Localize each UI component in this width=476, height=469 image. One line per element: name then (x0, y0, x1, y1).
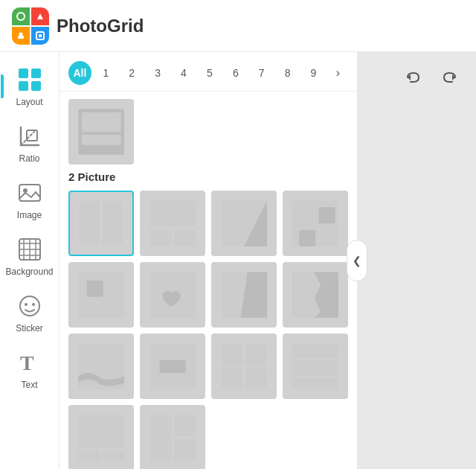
svg-rect-25 (82, 112, 121, 132)
layout-spacer (283, 99, 348, 165)
layout-thumb-2frame[interactable] (283, 191, 348, 256)
layouts-row-4 (68, 405, 348, 469)
layout-thumb-hearts[interactable] (140, 262, 205, 328)
layouts-row-1 (68, 191, 348, 256)
collapse-panel-button[interactable]: ❮ (347, 240, 367, 281)
svg-rect-8 (19, 81, 28, 91)
sidebar-label-ratio: Ratio (19, 153, 39, 164)
sidebar-label-sticker: Sticker (16, 323, 43, 334)
svg-marker-1 (37, 13, 43, 19)
svg-rect-7 (31, 68, 41, 78)
svg-rect-27 (80, 202, 100, 246)
layout-spacer (211, 99, 277, 165)
sidebar-item-image[interactable]: Image (4, 173, 56, 226)
layouts-row-0 (68, 99, 348, 165)
svg-point-3 (19, 32, 23, 36)
svg-rect-53 (292, 377, 338, 389)
svg-rect-9 (31, 81, 41, 91)
svg-rect-28 (103, 202, 123, 246)
app-logo-icon (12, 7, 49, 45)
sidebar-item-sticker[interactable]: Sticker (4, 286, 56, 339)
background-icon (16, 235, 44, 264)
content-panel: All 1 2 3 4 5 6 7 8 9 › 2 Picture (60, 52, 357, 469)
svg-rect-36 (299, 230, 315, 246)
tab-1[interactable]: 1 (94, 61, 118, 85)
main-area: Layout Ratio Image (0, 52, 476, 469)
layouts-area: 2 Picture (60, 92, 357, 469)
layout-thumb-2h[interactable] (140, 191, 205, 256)
svg-rect-52 (292, 360, 338, 374)
svg-rect-58 (174, 415, 196, 436)
sidebar-label-image: Image (17, 210, 42, 220)
layout-thumb[interactable] (68, 99, 134, 165)
svg-rect-29 (149, 200, 196, 226)
sidebar-label-background: Background (5, 267, 53, 277)
tab-2[interactable]: 2 (120, 61, 144, 85)
active-indicator (1, 74, 4, 98)
svg-rect-6 (19, 68, 28, 78)
svg-point-20 (20, 296, 39, 316)
sidebar-item-background[interactable]: Background (4, 229, 56, 283)
layout-thumb-diagright[interactable] (211, 262, 277, 328)
layout-thumb-center2[interactable] (140, 334, 205, 399)
svg-rect-31 (174, 230, 196, 246)
layout-thumb-r4-1[interactable] (68, 405, 134, 469)
layout-thumb-2v[interactable] (68, 191, 134, 256)
sidebar-label-layout: Layout (16, 97, 42, 107)
app-header: PhotoGrid (0, 0, 476, 52)
svg-point-0 (17, 13, 25, 20)
tab-7[interactable]: 7 (250, 61, 273, 85)
svg-rect-2 (18, 36, 24, 39)
sidebar-item-ratio[interactable]: Ratio (4, 116, 56, 170)
svg-rect-50 (245, 368, 267, 389)
svg-rect-56 (103, 451, 124, 461)
svg-rect-55 (78, 451, 100, 461)
sidebar: Layout Ratio Image (0, 52, 60, 469)
section-2picture-label: 2 Picture (68, 170, 348, 183)
layout-thumb-quad[interactable] (211, 334, 277, 399)
tab-9[interactable]: 9 (302, 61, 325, 85)
undo-redo-toolbar (387, 52, 476, 103)
layout-thumb-2diag[interactable] (211, 191, 277, 256)
logo-cell-green (12, 7, 30, 25)
layout-icon (16, 66, 44, 94)
svg-rect-49 (221, 368, 242, 389)
layout-thumb-jagged[interactable] (283, 262, 348, 328)
layout-thumb-r4-2[interactable] (140, 405, 205, 469)
logo-cell-blue (31, 27, 49, 45)
svg-rect-48 (245, 343, 267, 365)
tab-5[interactable]: 5 (198, 61, 221, 85)
layout-thumb-wave1[interactable] (68, 334, 134, 399)
layout-thumb-frame2[interactable] (68, 262, 134, 328)
undo-button[interactable] (399, 63, 428, 92)
text-icon: T (16, 348, 44, 377)
layouts-row-3 (68, 334, 348, 399)
svg-text:T: T (20, 351, 34, 374)
redo-button[interactable] (434, 63, 464, 92)
logo-cell-red (31, 7, 49, 25)
layouts-row-2 (68, 262, 348, 328)
sticker-icon (16, 292, 44, 320)
sidebar-item-text[interactable]: T Text (4, 342, 56, 396)
sidebar-item-layout[interactable]: Layout (4, 60, 56, 113)
right-panel: ❮ (357, 52, 476, 469)
svg-rect-57 (149, 415, 171, 461)
tab-4[interactable]: 4 (173, 61, 196, 85)
tab-8[interactable]: 8 (276, 61, 299, 85)
svg-rect-10 (27, 130, 37, 141)
tab-all[interactable]: All (68, 61, 91, 85)
svg-rect-47 (221, 343, 242, 365)
svg-rect-38 (87, 281, 103, 297)
svg-rect-30 (149, 230, 171, 246)
logo-cell-orange (12, 27, 30, 45)
svg-rect-5 (39, 34, 42, 37)
layout-spacer-r4b (283, 405, 348, 469)
svg-rect-59 (174, 439, 196, 461)
svg-point-22 (32, 303, 35, 306)
tab-6[interactable]: 6 (224, 61, 247, 85)
tab-next-arrow[interactable]: › (328, 63, 348, 83)
svg-rect-35 (318, 207, 335, 223)
layout-thumb-vert3[interactable] (283, 334, 348, 399)
tab-3[interactable]: 3 (147, 61, 170, 85)
tab-bar: All 1 2 3 4 5 6 7 8 9 › (60, 52, 357, 92)
